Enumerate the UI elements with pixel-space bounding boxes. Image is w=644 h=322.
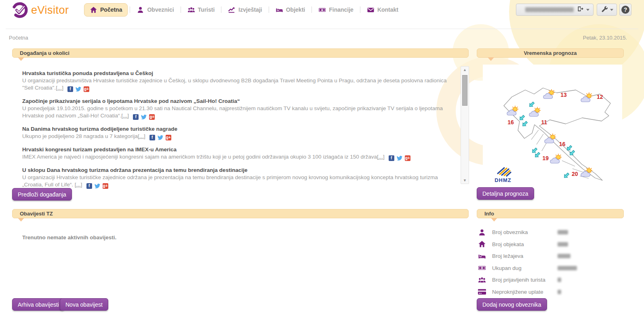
home-icon <box>90 6 97 14</box>
info-row: Broj obveznika <box>477 226 624 238</box>
nav-separator <box>221 6 221 13</box>
info-value-blurred <box>558 278 561 282</box>
temperature-label: 13 <box>560 92 567 98</box>
google-plus-share-icon[interactable]: g+ <box>405 155 410 161</box>
top-navigation-bar: eVisitor PočetnaObvezniciTuristiIzvješta… <box>0 0 644 19</box>
google-plus-share-icon[interactable]: g+ <box>84 86 89 92</box>
share-icons: fg+ <box>67 86 89 92</box>
new-notice-button[interactable]: Nova obavijest <box>60 298 108 311</box>
banknote-icon: 0 <box>318 6 326 14</box>
temperature-label: 16 <box>559 141 566 147</box>
facebook-share-icon[interactable]: f <box>133 114 139 120</box>
nav-item-label: Turisti <box>198 6 215 13</box>
wind-arrow-icon <box>534 152 541 160</box>
twitter-share-icon[interactable] <box>141 114 147 120</box>
nav-item-izvjestaji[interactable]: Izvještaji <box>223 4 266 16</box>
news-item: Započinje prikazivanje serijala o ljepot… <box>22 97 455 120</box>
info-value-blurred <box>558 230 568 234</box>
nav-item-objekti[interactable]: Objekti <box>271 4 309 16</box>
bed-icon <box>276 6 283 14</box>
scroll-up-button[interactable]: ▲ <box>461 68 469 72</box>
dhmz-label: DHMZ <box>495 177 511 183</box>
facebook-share-icon[interactable]: f <box>86 183 92 189</box>
read-more-link[interactable]: [...] <box>138 133 145 139</box>
header-divider <box>6 29 638 29</box>
share-icons: fg+ <box>86 183 108 189</box>
twitter-share-icon[interactable] <box>95 183 100 189</box>
news-item-title: Hrvatska turistička ponuda predstavljena… <box>22 69 455 77</box>
current-date-label: Petak, 23.10.2015. <box>583 35 627 41</box>
nav-item-turisti[interactable]: Turisti <box>183 4 219 16</box>
notices-archive-button[interactable]: Arhiva obavijesti <box>12 298 65 311</box>
nav-item-label: Početna <box>100 6 122 13</box>
nav-separator <box>311 6 312 13</box>
nav-item-obveznici[interactable]: Obveznici <box>132 4 178 16</box>
news-item-body: U organizaciji Hrvatske turističke zajed… <box>22 174 455 189</box>
google-plus-share-icon[interactable]: g+ <box>166 135 171 140</box>
sun-cloud-icon <box>549 153 564 165</box>
nav-item-pocetna[interactable]: Početna <box>84 3 128 17</box>
share-icons: fg+ <box>133 114 155 120</box>
main-nav: PočetnaObvezniciTuristiIzvještajiObjekti… <box>84 3 403 17</box>
info-row-label: Ukupan dug <box>492 265 556 271</box>
twitter-share-icon[interactable] <box>158 135 163 140</box>
nav-item-label: Objekti <box>286 6 305 13</box>
sun-cloud-icon <box>580 167 595 179</box>
temperature-label: 11 <box>541 119 547 125</box>
wind-arrow-icon <box>568 149 575 158</box>
nav-item-kontakt[interactable]: Kontakt <box>362 4 403 16</box>
weather-panel-header: Vremenska prognoza <box>477 48 624 58</box>
twitter-share-icon[interactable] <box>76 86 81 92</box>
news-item-title: U sklopu Dana hrvatskog turizma održana … <box>22 166 455 174</box>
twitter-share-icon[interactable] <box>397 155 402 161</box>
facebook-share-icon[interactable]: f <box>149 135 155 140</box>
scroll-down-button[interactable]: ▼ <box>461 178 469 182</box>
chart-icon <box>228 6 236 14</box>
nav-item-label: Kontakt <box>377 6 398 13</box>
news-item: Hrvatska turistička ponuda predstavljena… <box>22 69 455 92</box>
read-more-link[interactable]: [...] <box>377 154 385 160</box>
evisitor-logo[interactable]: eVisitor <box>11 2 69 19</box>
sun-cloud-icon <box>580 92 595 104</box>
info-row-label: Broj obveznika <box>492 229 556 235</box>
info-value-blurred <box>558 242 568 247</box>
info-row: 0Ukupan dug <box>477 262 624 274</box>
news-item: Hrvatski kongresni turizam predstavljen … <box>22 146 455 161</box>
facebook-share-icon[interactable]: f <box>389 155 394 161</box>
svg-text:0: 0 <box>322 8 323 11</box>
news-item-body: IMEX America je najveći i najposjećeniji… <box>22 153 455 161</box>
facebook-share-icon[interactable]: f <box>67 86 73 92</box>
news-item: U sklopu Dana hrvatskog turizma održana … <box>22 166 455 189</box>
card-icon <box>477 288 487 296</box>
info-row: Broj objekata <box>477 238 624 251</box>
panel-pointer <box>488 57 494 61</box>
user-account-dropdown[interactable] <box>516 4 593 16</box>
detailed-forecast-button[interactable]: Detaljna prognoza <box>477 187 534 200</box>
news-item-body: U organizaciji predstavništva Hrvatske t… <box>22 77 455 92</box>
tools-dropdown-button[interactable] <box>597 4 617 16</box>
news-item: Na Danima hrvatskog turizma dodijeljene … <box>22 125 455 140</box>
read-more-link[interactable]: [...] <box>75 182 82 188</box>
read-more-link[interactable]: [...] <box>121 113 129 119</box>
dhmz-logo-icon <box>495 165 511 177</box>
add-new-obligor-button[interactable]: Dodaj novog obveznika <box>477 298 547 311</box>
wind-arrow-icon <box>521 121 528 129</box>
scroll-thumb[interactable] <box>462 75 467 106</box>
google-plus-share-icon[interactable]: g+ <box>103 183 108 189</box>
news-item-title: Hrvatski kongresni turizam predstavljen … <box>22 146 455 153</box>
google-plus-share-icon[interactable]: g+ <box>149 114 155 120</box>
nav-separator <box>360 6 360 13</box>
dhmz-logo: DHMZ <box>495 165 511 183</box>
suggest-events-button[interactable]: Predloži događanja <box>12 188 72 201</box>
share-icons: fg+ <box>389 155 410 161</box>
help-button[interactable]: ? <box>619 4 631 16</box>
person-icon <box>137 6 144 14</box>
home-icon <box>477 240 487 248</box>
nav-item-financije[interactable]: 0Financije <box>314 4 358 16</box>
news-scrollbar[interactable]: ▲ ▼ <box>461 66 469 184</box>
nav-separator <box>269 6 269 13</box>
sun-cloud-icon <box>544 133 558 145</box>
read-more-link[interactable]: [...] <box>56 85 63 91</box>
news-list: Hrvatska turistička ponuda predstavljena… <box>22 69 455 194</box>
info-row: Broj prijavljenih turista <box>477 274 624 286</box>
